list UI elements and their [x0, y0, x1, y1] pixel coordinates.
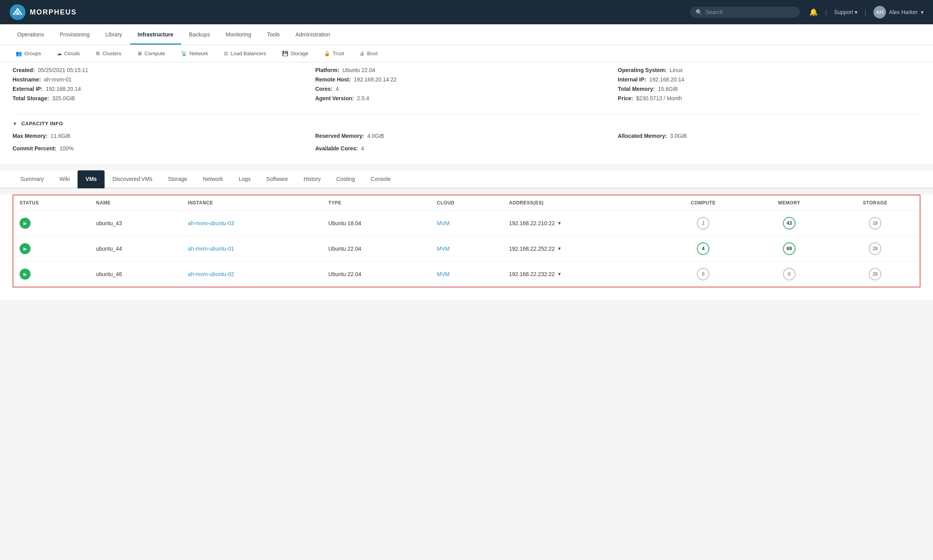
commit-percent-field: Commit Percent: 100% [13, 145, 315, 152]
internal-ip-field: Internal IP: 192.168.20.14 [618, 76, 920, 83]
external-ip-field: External IP: 192.168.20.14 [13, 86, 315, 92]
created-label: Created: [13, 67, 35, 73]
morpheus-logo-icon [9, 4, 26, 20]
nav-administration[interactable]: Administration [287, 24, 338, 45]
col-cloud: CLOUD [430, 195, 503, 211]
tab-discovered-vms[interactable]: Discovered VMs [105, 170, 160, 188]
nav-infrastructure[interactable]: Infrastructure [130, 24, 181, 45]
user-name: Alex Harker [889, 9, 918, 15]
os-value: Linux [670, 67, 683, 73]
vm-address-cell: 192.168.22.210:22 ▼ [509, 220, 653, 226]
memory-badge: 43 [783, 217, 796, 229]
info-row-1: Created: 05/25/2021 05:15:11 Platform: U… [13, 67, 920, 73]
total-memory-field: Total Memory: 15.6GiB [618, 86, 920, 92]
vm-instance-link[interactable]: ah-mvm-ubuntu-01 [188, 246, 234, 252]
capacity-title: CAPACITY INFO [21, 121, 63, 126]
info-row-3: External IP: 192.168.20.14 Cores: 4 Tota… [13, 86, 920, 92]
total-storage-field: Total Storage: 325.0GiB [13, 95, 315, 101]
sub-nav: 👥 Groups ☁ Clouds ⚙ Clusters 🖥 Compute 📡… [0, 45, 933, 62]
subnav-clusters[interactable]: ⚙ Clusters [89, 45, 128, 62]
tab-wiki[interactable]: Wiki [52, 170, 78, 188]
vm-instance-link[interactable]: ah-mvm-ubuntu-03 [188, 220, 234, 226]
internal-ip-value: 192.168.20.14 [649, 76, 685, 83]
table-body: ▶ ubuntu_43 ah-mvm-ubuntu-03 Ubuntu 18.0… [13, 211, 920, 287]
nav-monitoring[interactable]: Monitoring [218, 24, 259, 45]
subnav-network[interactable]: 📡 Network [175, 45, 215, 62]
storage-badge: 18 [869, 217, 881, 229]
tab-costing[interactable]: Costing [329, 170, 363, 188]
table-row: ▶ ubuntu_46 ah-mvm-ubuntu-02 Ubuntu 22.0… [13, 262, 920, 287]
info-row-4: Total Storage: 325.0GiB Agent Version: 2… [13, 95, 920, 101]
subnav-boot[interactable]: 🖨 Boot [353, 45, 384, 62]
tab-software[interactable]: Software [259, 170, 296, 188]
vm-type: Ubuntu 18.04 [322, 211, 430, 236]
vm-cloud-link[interactable]: MVM [437, 220, 450, 226]
vm-instance-link[interactable]: ah-mvm-ubuntu-02 [188, 271, 234, 277]
tab-logs[interactable]: Logs [231, 170, 258, 188]
capacity-header: ▼ CAPACITY INFO [13, 121, 920, 126]
cores-field: Cores: 4 [315, 86, 618, 92]
search-bar[interactable]: 🔍 [690, 7, 800, 18]
platform-value: Ubuntu 22.04 [342, 67, 375, 73]
storage-icon: 💾 [282, 51, 288, 56]
available-cores-value: 4 [361, 145, 364, 152]
vm-type: Ubuntu 22.04 [322, 236, 430, 262]
total-memory-label: Total Memory: [618, 86, 655, 92]
subnav-trust[interactable]: 🔒 Trust [318, 45, 350, 62]
price-label: Price: [618, 95, 633, 101]
col-addresses: ADDRESS(ES) [503, 195, 659, 211]
user-area[interactable]: AH Alex Harker ▾ [873, 6, 924, 18]
available-cores-field: Available Cores: 4 [315, 145, 618, 152]
tab-network[interactable]: Network [195, 170, 231, 188]
address-dropdown-icon[interactable]: ▼ [557, 271, 562, 277]
search-input[interactable] [705, 9, 794, 15]
created-field: Created: 05/25/2021 05:15:11 [13, 67, 315, 73]
vm-table-container: STATUS NAME INSTANCE TYPE CLOUD ADDRESS(… [0, 195, 933, 300]
tab-vms[interactable]: VMs [78, 170, 105, 188]
os-field: Operating System: Linux [618, 67, 920, 73]
col-instance: INSTANCE [182, 195, 322, 211]
subnav-clouds[interactable]: ☁ Clouds [51, 45, 86, 62]
subnav-groups[interactable]: 👥 Groups [9, 45, 47, 62]
address-dropdown-icon[interactable]: ▼ [557, 220, 562, 226]
table-header: STATUS NAME INSTANCE TYPE CLOUD ADDRESS(… [13, 195, 920, 211]
status-icon: ▶ [20, 218, 31, 229]
network-icon: 📡 [181, 51, 187, 56]
address-dropdown-icon[interactable]: ▼ [557, 246, 562, 251]
col-type: TYPE [322, 195, 430, 211]
nav-library[interactable]: Library [98, 24, 130, 45]
vm-address: 192.168.22.232:22 [509, 271, 555, 277]
clouds-icon: ☁ [57, 51, 62, 56]
support-button[interactable]: Support ▾ [834, 9, 857, 15]
total-storage-label: Total Storage: [13, 95, 49, 101]
tab-summary[interactable]: Summary [13, 170, 52, 188]
search-icon: 🔍 [696, 9, 702, 15]
vm-cloud-link[interactable]: MVM [437, 246, 450, 252]
vm-cloud-link[interactable]: MVM [437, 271, 450, 277]
vm-name: ubuntu_46 [90, 262, 181, 287]
bell-icon[interactable]: 🔔 [809, 8, 818, 16]
collapse-icon[interactable]: ▼ [13, 121, 17, 126]
table-row: ▶ ubuntu_44 ah-mvm-ubuntu-01 Ubuntu 22.0… [13, 236, 920, 262]
brand-name: MORPHEUS [30, 8, 77, 16]
agent-version-value: 2.5.4 [357, 95, 369, 101]
tab-history[interactable]: History [296, 170, 329, 188]
subnav-compute[interactable]: 🖥 Compute [131, 45, 172, 62]
nav-backups[interactable]: Backups [181, 24, 218, 45]
nav-tools[interactable]: Tools [259, 24, 288, 45]
total-memory-value: 15.6GiB [658, 86, 678, 92]
capacity-rows: Max Memory: 11.6GiB Reserved Memory: 4.0… [13, 133, 920, 155]
subnav-storage[interactable]: 💾 Storage [276, 45, 315, 62]
memory-badge: 69 [783, 242, 796, 255]
tab-console[interactable]: Console [363, 170, 398, 188]
nav-right: 🔔 | Support ▾ | AH Alex Harker ▾ [809, 6, 924, 18]
logo-area: MORPHEUS [9, 4, 77, 20]
nav-provisioning[interactable]: Provisioning [52, 24, 97, 45]
subnav-load-balancers[interactable]: ⚖ Load Balancers [217, 45, 272, 62]
total-storage-value: 325.0GiB [52, 95, 75, 101]
nav-operations[interactable]: Operations [9, 24, 52, 45]
trust-icon: 🔒 [324, 51, 330, 56]
internal-ip-label: Internal IP: [618, 76, 646, 83]
allocated-memory-field: Allocated Memory: 3.0GiB [618, 133, 920, 139]
tab-storage[interactable]: Storage [160, 170, 195, 188]
